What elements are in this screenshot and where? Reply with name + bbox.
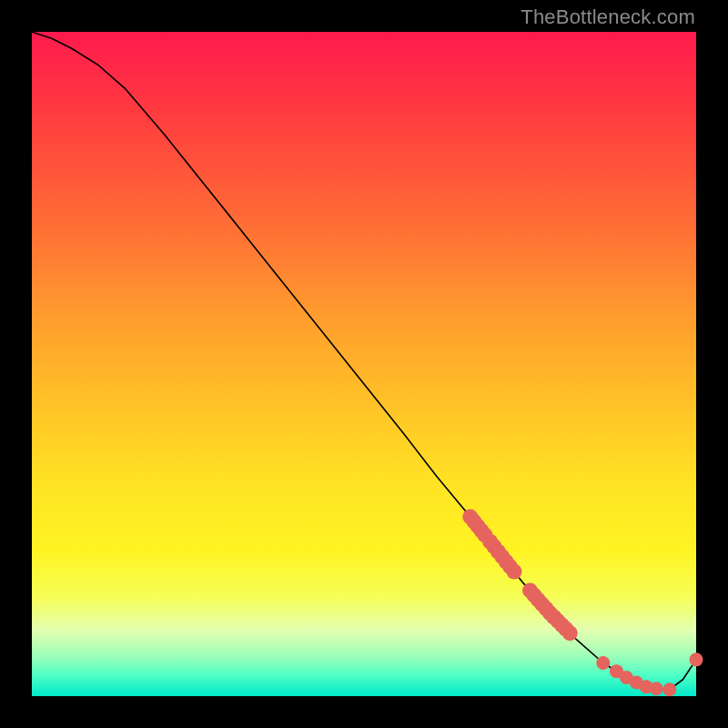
bottleneck-curve bbox=[32, 32, 696, 690]
data-point bbox=[596, 656, 610, 670]
attribution-label: TheBottleneck.com bbox=[521, 5, 695, 29]
plot-area bbox=[32, 32, 696, 696]
data-point bbox=[506, 564, 521, 580]
data-point bbox=[690, 652, 703, 666]
data-point bbox=[562, 625, 578, 641]
chart-svg bbox=[32, 32, 696, 696]
data-point bbox=[662, 682, 676, 696]
chart-stage: TheBottleneck.com bbox=[0, 0, 728, 728]
data-point bbox=[650, 682, 663, 695]
data-dots bbox=[462, 509, 703, 696]
